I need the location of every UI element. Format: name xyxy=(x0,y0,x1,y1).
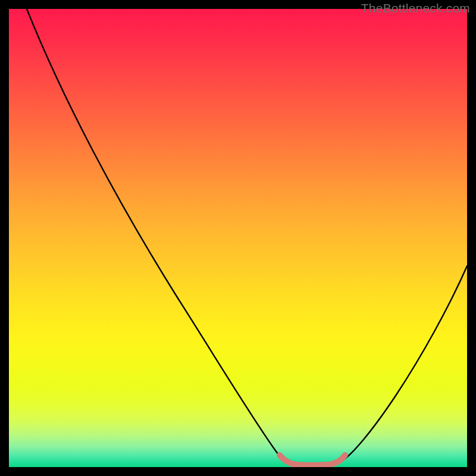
curve-layer xyxy=(9,9,467,467)
watermark-text: TheBottleneck.com xyxy=(361,1,470,15)
chart-stage: TheBottleneck.com xyxy=(0,0,476,476)
plot-area xyxy=(9,9,467,467)
valley-highlight xyxy=(280,455,345,465)
left-curve xyxy=(27,9,287,463)
right-curve xyxy=(340,266,467,462)
